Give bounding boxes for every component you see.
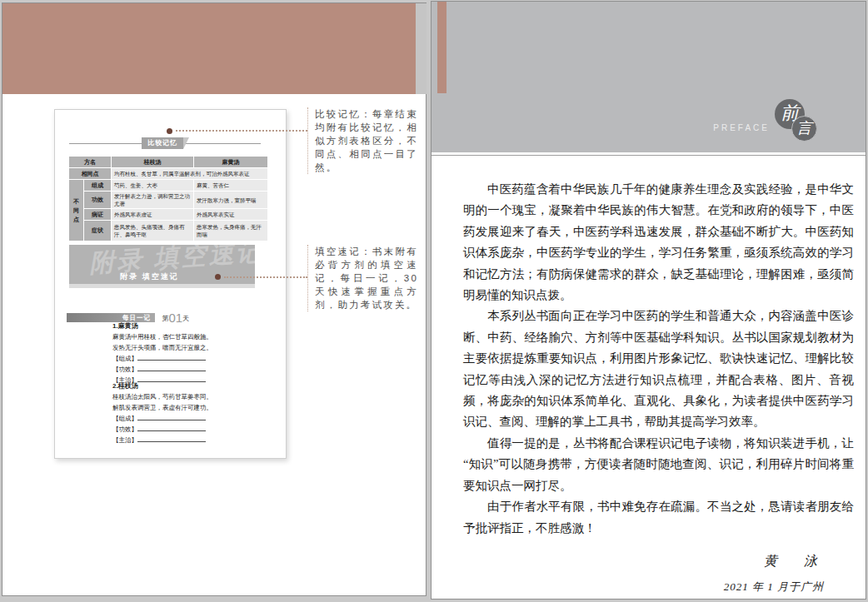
- same-label-cell: 相同点: [69, 168, 111, 179]
- prescription-item-mahuangtang: 1.麻黄汤 麻黄汤中用桂枝，杏仁甘草四般施。 发热无汗头项痛，喘而无汗宜服之。 …: [112, 321, 264, 386]
- leader-line-fill: [224, 276, 307, 278]
- dateline: 2021 年 1 月于广州: [463, 576, 824, 597]
- blank-underline: [137, 414, 206, 420]
- blank-underline: [137, 435, 206, 442]
- table-cell: 恶寒发热，头身疼痛，无汗而喘: [194, 221, 267, 241]
- table-row-same: 相同点 均有桂枝、炙甘草，同属辛温解表剂，可治外感风寒表证: [69, 168, 267, 179]
- table-cell: 外感风寒表实证: [194, 209, 267, 220]
- row-label-cell: 组成: [84, 180, 111, 191]
- verse-line: 桂枝汤治太阳风，芍药甘草姜枣同。: [112, 391, 264, 402]
- table-row-bingzheng: 病证 外感风寒表虚证 外感风寒表实证: [69, 209, 267, 220]
- blank-field: 【功效】: [112, 424, 264, 435]
- table-cell: 外感风寒表虚证: [112, 209, 193, 220]
- verse-line: 发热无汗头项痛，喘而无汗宜服之。: [112, 342, 264, 353]
- comparison-table: 方名 桂枝汤 麻黄汤 相同点 均有桂枝、炙甘草，同属辛温解表剂，可治外感风寒表证…: [68, 156, 268, 241]
- table-cell: 发汗解表之力逊，调和营卫之功尤著: [112, 192, 193, 208]
- blank-field: 【功效】: [112, 364, 264, 375]
- annotation-compare-memory: 比较记忆：每章结束均附有比较记忆，相似方剂表格区分，不同点、相同点一目了然。: [307, 107, 418, 174]
- blank-field: 【组成】: [112, 413, 264, 424]
- verse-line: 解肌发表调营卫，表虚有汗可建功。: [112, 402, 264, 413]
- verse-line: 麻黄汤中用桂枝，杏仁甘草四般施。: [112, 331, 264, 342]
- row-label-cell: 症状: [84, 221, 111, 241]
- preface-paragraph: 中医药蕴含着中华民族几千年的健康养生理念及实践经验，是中华文明的一个瑰宝，凝聚着…: [463, 179, 854, 306]
- right-page: PREFACE 前 言 中医药蕴含着中华民族几千年的健康养生理念及实践经验，是中…: [431, 1, 866, 600]
- band-rule-line: [432, 155, 866, 156]
- row-label-cell: 病证: [84, 209, 111, 220]
- left-page-header-band: [2, 3, 416, 94]
- blank-underline: [137, 365, 206, 371]
- table-header-row: 方名 桂枝汤 麻黄汤: [69, 157, 267, 167]
- preface-body: 中医药蕴含着中华民族几千年的健康养生理念及实践经验，是中华文明的一个瑰宝，凝聚着…: [463, 179, 854, 598]
- prescription-item-guizhitang: 2.桂枝汤 桂枝汤治太阳风，芍药甘草姜枣同。 解肌发表调营卫，表虚有汗可建功。 …: [112, 381, 264, 445]
- table-row-zhengzhuang: 症状 恶风发热、头痛项强、身痛有汗、鼻鸣干呕 恶寒发热，头身疼痛，无汗而喘: [69, 221, 267, 241]
- leader-dot-fill: [215, 274, 221, 280]
- annotation-fill-in-blank: 填空速记：书末附有必背方剂的填空速记，每日一记，30天快速掌握重点方剂，助力考试…: [307, 245, 418, 311]
- compare-memory-title: 比较记忆: [147, 139, 177, 147]
- binding-accent-strip: [437, 2, 446, 93]
- preface-en-label: PREFACE: [681, 123, 770, 132]
- appendix-label: 附录 填空速记: [69, 271, 230, 282]
- preface-seal-yan: 言: [791, 116, 817, 142]
- preface-header-band: PREFACE 前 言: [432, 2, 866, 152]
- same-content-cell: 均有桂枝、炙甘草，同属辛温解表剂，可治外感风寒表证: [112, 168, 267, 179]
- header-cell-guizhitang: 桂枝汤: [112, 157, 193, 167]
- ribbon-fold: [183, 137, 189, 149]
- sample-page-card: 比较记忆 方名 桂枝汤 麻黄汤 相同点 均有桂枝、炙甘草，同属辛温解表剂，可治外…: [54, 109, 287, 459]
- blank-field: 【主治】: [112, 435, 264, 445]
- table-cell: 芍药、生姜、大枣: [112, 180, 193, 191]
- table-cell: 麻黄、苦杏仁: [194, 180, 267, 191]
- prescription-title: 2.桂枝汤: [112, 381, 264, 391]
- preface-paragraph: 由于作者水平有限，书中难免存在疏漏。不当之处，恳请读者朋友给予批评指正，不胜感激…: [463, 496, 854, 539]
- header-cell-mahuangtang: 麻黄汤: [194, 157, 267, 167]
- leader-dot-compare: [167, 128, 172, 134]
- table-cell: 发汗散寒力强，宣肺平喘: [194, 192, 267, 208]
- table-cell: 恶风发热、头痛项强、身痛有汗、鼻鸣干呕: [112, 221, 193, 241]
- blank-underline: [137, 354, 206, 361]
- prescription-title: 1.麻黄汤: [112, 321, 264, 331]
- left-page: 比较记忆 方名 桂枝汤 麻黄汤 相同点 均有桂枝、炙甘草，同属辛温解表剂，可治外…: [2, 2, 427, 596]
- compare-memory-ribbon: 比较记忆: [142, 137, 183, 149]
- preface-paragraph: 值得一提的是，丛书将配合课程识记电子读物，将知识装进手机，让“知识”可以随身携带…: [463, 433, 854, 496]
- author-signature: 黄 泳: [463, 550, 824, 571]
- preface-paragraph: 本系列丛书面向正在学习中医药的学生和普通大众，内容涵盖中医诊断、中药、经络腧穴、…: [463, 306, 854, 432]
- blank-field: 【组成】: [112, 353, 264, 364]
- table-row-gongxiao: 功效 发汗解表之力逊，调和营卫之功尤著 发汗散寒力强，宣肺平喘: [69, 192, 267, 208]
- appendix-banner-strip: [69, 284, 255, 288]
- leader-line-compare: [176, 130, 307, 132]
- header-cell-fangming: 方名: [69, 157, 111, 167]
- blank-underline: [137, 425, 206, 431]
- left-page-band-edge: [416, 3, 427, 94]
- table-row-zucheng: 不同点 组成 芍药、生姜、大枣 麻黄、苦杏仁: [69, 180, 267, 191]
- signature-block: 黄 泳 2021 年 1 月于广州: [463, 550, 854, 598]
- row-label-cell: 功效: [84, 192, 111, 208]
- diff-label-cell: 不同点: [69, 180, 83, 241]
